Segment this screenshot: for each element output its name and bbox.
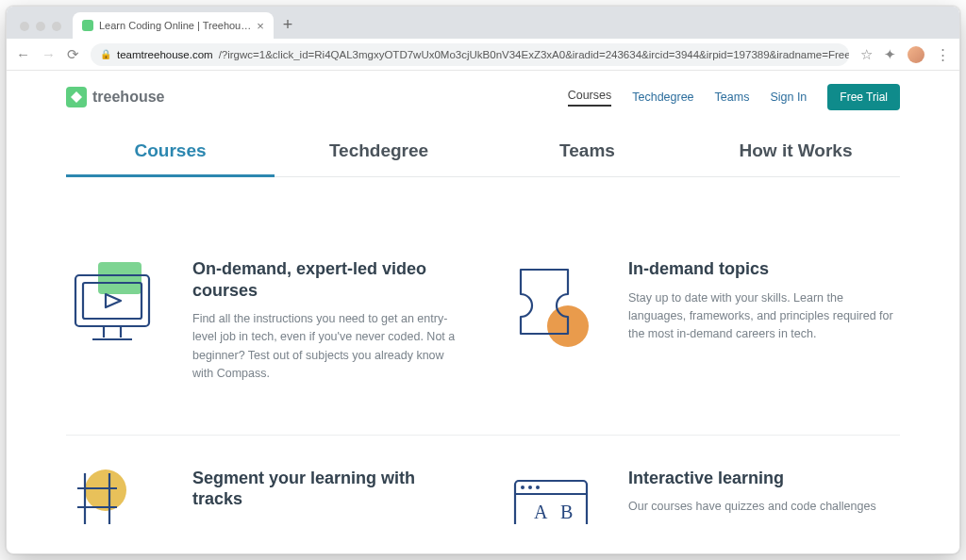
svg-rect-0	[98, 262, 142, 294]
logo-icon	[66, 87, 87, 107]
tab-teams[interactable]: Teams	[483, 129, 691, 176]
url-path: /?irgwc=1&click_id=Ri4QAL3mgxyOTD7wUx0Mo…	[219, 49, 849, 60]
forward-icon[interactable]: →	[42, 46, 56, 62]
tab-how-it-works[interactable]: How it Works	[691, 129, 900, 176]
brand-logo[interactable]: treehouse	[66, 87, 164, 107]
nav-courses[interactable]: Courses	[568, 89, 612, 107]
window-controls[interactable]	[14, 22, 67, 39]
feature-body: Stay up to date with your skills. Learn …	[628, 289, 900, 344]
reload-icon[interactable]: ⟳	[67, 46, 79, 63]
sub-nav: Courses Techdegree Teams How it Works	[66, 129, 900, 177]
favicon-icon	[82, 20, 93, 31]
feature-body: Our courses have quizzes and code challe…	[628, 498, 876, 516]
feature-title: On-demand, expert-led video courses	[192, 258, 464, 301]
primary-nav: Courses Techdegree Teams Sign In Free Tr…	[568, 84, 900, 110]
profile-avatar[interactable]	[908, 46, 924, 63]
browser-tab-strip: Learn Coding Online | Treehou… × +	[7, 7, 959, 39]
page-content: treehouse Courses Techdegree Teams Sign …	[7, 71, 959, 553]
features-grid: On-demand, expert-led video courses Find…	[66, 177, 900, 412]
tracks-icon	[66, 468, 172, 554]
maximize-window-dot[interactable]	[52, 22, 61, 31]
extensions-icon[interactable]: ✦	[884, 46, 896, 63]
browser-tab[interactable]: Learn Coding Online | Treehou… ×	[73, 12, 274, 39]
browser-toolbar: ← → ⟳ 🔒 teamtreehouse.com/?irgwc=1&click…	[7, 39, 959, 71]
browser-window-icon: A B	[502, 468, 608, 554]
free-trial-button[interactable]: Free Trial	[827, 84, 900, 110]
tab-courses[interactable]: Courses	[66, 129, 275, 177]
svg-marker-3	[106, 294, 121, 307]
feature-title: Interactive learning	[628, 468, 876, 489]
feature-title: In-demand topics	[628, 258, 900, 280]
url-domain: teamtreehouse.com	[117, 49, 213, 60]
new-tab-button[interactable]: +	[279, 15, 301, 39]
puzzle-piece-icon	[502, 258, 608, 353]
svg-point-15	[521, 486, 525, 489]
feature-indemand-topics: In-demand topics Stay up to date with yo…	[502, 258, 900, 384]
feature-title: Segment your learning with tracks	[192, 468, 464, 510]
kebab-menu-icon[interactable]: ⋮	[936, 46, 950, 63]
nav-techdegree[interactable]: Techdegree	[632, 91, 693, 104]
svg-text:B: B	[560, 502, 573, 522]
nav-signin[interactable]: Sign In	[770, 91, 807, 104]
feature-video-courses: On-demand, expert-led video courses Find…	[66, 258, 464, 384]
lock-icon: 🔒	[100, 49, 111, 59]
brand-name: treehouse	[92, 89, 164, 106]
address-bar[interactable]: 🔒 teamtreehouse.com/?irgwc=1&click_id=Ri…	[91, 43, 849, 66]
features-grid-2: Segment your learning with tracks A B	[66, 436, 900, 554]
svg-point-16	[528, 486, 532, 489]
close-window-dot[interactable]	[20, 22, 29, 31]
close-tab-icon[interactable]: ×	[257, 19, 264, 33]
svg-point-8	[85, 469, 126, 511]
feature-interactive: A B Interactive learning Our courses hav…	[502, 468, 900, 554]
minimize-window-dot[interactable]	[36, 22, 45, 31]
nav-teams[interactable]: Teams	[715, 91, 750, 104]
browser-window: Learn Coding Online | Treehou… × + ← → ⟳…	[6, 6, 960, 554]
bookmark-star-icon[interactable]: ☆	[860, 46, 873, 63]
site-header: treehouse Courses Techdegree Teams Sign …	[66, 71, 900, 122]
svg-text:A: A	[534, 502, 548, 522]
tab-techdegree[interactable]: Techdegree	[275, 129, 483, 176]
svg-rect-13	[515, 481, 587, 524]
tab-title: Learn Coding Online | Treehou…	[99, 20, 251, 31]
feature-body: Find all the instructions you need to ge…	[192, 310, 464, 384]
feature-tracks: Segment your learning with tracks	[66, 468, 464, 554]
svg-point-17	[536, 486, 540, 489]
back-icon[interactable]: ←	[16, 46, 30, 62]
video-monitor-icon	[66, 258, 172, 353]
